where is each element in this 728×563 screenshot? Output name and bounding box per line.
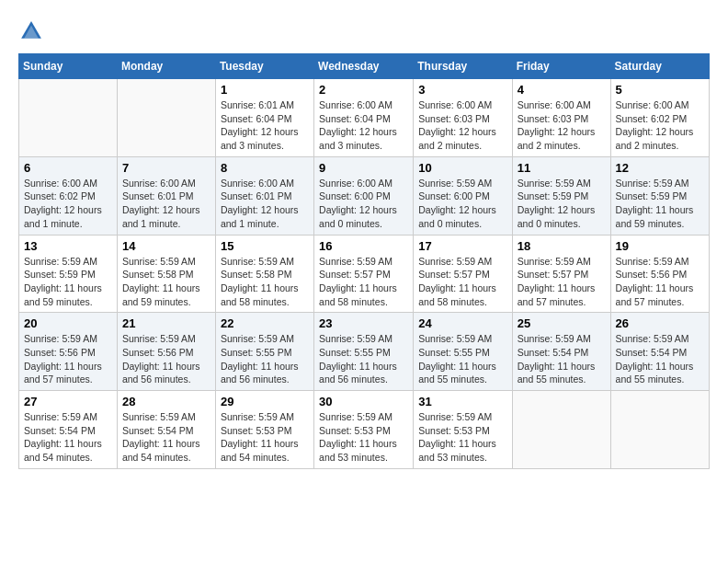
day-number: 5 — [616, 83, 704, 97]
calendar-cell — [512, 391, 610, 469]
day-info: Sunrise: 5:59 AM Sunset: 5:55 PM Dayligh… — [221, 332, 309, 386]
calendar-week-row: 20Sunrise: 5:59 AM Sunset: 5:56 PM Dayli… — [19, 313, 710, 391]
calendar-cell: 19Sunrise: 5:59 AM Sunset: 5:56 PM Dayli… — [610, 235, 709, 313]
day-info: Sunrise: 6:00 AM Sunset: 6:01 PM Dayligh… — [221, 177, 309, 231]
calendar-cell — [610, 391, 709, 469]
day-info: Sunrise: 5:59 AM Sunset: 5:55 PM Dayligh… — [418, 332, 506, 386]
calendar-cell: 7Sunrise: 6:00 AM Sunset: 6:01 PM Daylig… — [117, 156, 215, 235]
day-number: 29 — [221, 395, 309, 408]
day-number: 17 — [418, 239, 506, 253]
calendar-week-row: 13Sunrise: 5:59 AM Sunset: 5:59 PM Dayli… — [19, 235, 710, 313]
weekday-header: Friday — [512, 54, 610, 79]
calendar-cell: 12Sunrise: 5:59 AM Sunset: 5:59 PM Dayli… — [610, 156, 709, 235]
logo — [18, 18, 48, 44]
calendar-table: SundayMondayTuesdayWednesdayThursdayFrid… — [18, 53, 710, 469]
day-info: Sunrise: 6:00 AM Sunset: 6:02 PM Dayligh… — [24, 177, 112, 231]
day-info: Sunrise: 5:59 AM Sunset: 6:00 PM Dayligh… — [418, 177, 506, 231]
calendar-cell — [117, 79, 215, 157]
calendar-cell: 23Sunrise: 5:59 AM Sunset: 5:55 PM Dayli… — [314, 313, 414, 391]
calendar-cell: 29Sunrise: 5:59 AM Sunset: 5:53 PM Dayli… — [215, 391, 313, 469]
day-number: 14 — [122, 239, 210, 253]
day-number: 30 — [319, 395, 408, 408]
day-number: 12 — [616, 161, 704, 175]
day-number: 10 — [418, 161, 506, 175]
day-number: 26 — [616, 316, 704, 330]
day-number: 3 — [418, 83, 506, 97]
day-number: 13 — [24, 239, 112, 253]
calendar-cell: 10Sunrise: 5:59 AM Sunset: 6:00 PM Dayli… — [414, 156, 512, 235]
page-header — [18, 18, 710, 44]
day-info: Sunrise: 5:59 AM Sunset: 5:59 PM Dayligh… — [518, 177, 606, 231]
day-number: 9 — [319, 161, 408, 175]
day-number: 27 — [24, 395, 112, 408]
day-info: Sunrise: 5:59 AM Sunset: 5:54 PM Dayligh… — [122, 410, 210, 465]
day-number: 28 — [122, 395, 210, 408]
calendar-header: SundayMondayTuesdayWednesdayThursdayFrid… — [19, 54, 710, 79]
calendar-cell: 20Sunrise: 5:59 AM Sunset: 5:56 PM Dayli… — [19, 313, 118, 391]
day-info: Sunrise: 6:01 AM Sunset: 6:04 PM Dayligh… — [221, 98, 309, 153]
day-number: 22 — [221, 316, 309, 330]
weekday-header: Monday — [117, 54, 215, 79]
calendar-cell: 24Sunrise: 5:59 AM Sunset: 5:55 PM Dayli… — [414, 313, 512, 391]
day-info: Sunrise: 6:00 AM Sunset: 6:01 PM Dayligh… — [122, 177, 210, 231]
calendar-cell: 22Sunrise: 5:59 AM Sunset: 5:55 PM Dayli… — [215, 313, 313, 391]
day-info: Sunrise: 6:00 AM Sunset: 6:04 PM Dayligh… — [319, 98, 408, 153]
calendar-week-row: 6Sunrise: 6:00 AM Sunset: 6:02 PM Daylig… — [19, 156, 710, 235]
calendar-cell: 21Sunrise: 5:59 AM Sunset: 5:56 PM Dayli… — [117, 313, 215, 391]
logo-icon — [18, 18, 44, 44]
calendar-cell: 14Sunrise: 5:59 AM Sunset: 5:58 PM Dayli… — [117, 235, 215, 313]
day-number: 21 — [122, 316, 210, 330]
day-info: Sunrise: 5:59 AM Sunset: 5:57 PM Dayligh… — [418, 255, 506, 309]
calendar-cell: 3Sunrise: 6:00 AM Sunset: 6:03 PM Daylig… — [414, 79, 512, 157]
calendar-cell: 16Sunrise: 5:59 AM Sunset: 5:57 PM Dayli… — [314, 235, 414, 313]
day-info: Sunrise: 5:59 AM Sunset: 5:58 PM Dayligh… — [122, 255, 210, 309]
calendar-cell: 8Sunrise: 6:00 AM Sunset: 6:01 PM Daylig… — [215, 156, 313, 235]
day-number: 25 — [518, 316, 606, 330]
calendar-cell: 31Sunrise: 5:59 AM Sunset: 5:53 PM Dayli… — [414, 391, 512, 469]
day-number: 1 — [221, 83, 309, 97]
day-info: Sunrise: 5:59 AM Sunset: 5:57 PM Dayligh… — [518, 255, 606, 309]
day-info: Sunrise: 5:59 AM Sunset: 5:54 PM Dayligh… — [518, 332, 606, 386]
day-number: 20 — [24, 316, 112, 330]
calendar-cell — [19, 79, 118, 157]
day-info: Sunrise: 5:59 AM Sunset: 5:54 PM Dayligh… — [24, 410, 112, 465]
day-info: Sunrise: 6:00 AM Sunset: 6:00 PM Dayligh… — [319, 177, 408, 231]
day-info: Sunrise: 6:00 AM Sunset: 6:03 PM Dayligh… — [418, 98, 506, 153]
calendar-week-row: 1Sunrise: 6:01 AM Sunset: 6:04 PM Daylig… — [19, 79, 710, 157]
day-info: Sunrise: 5:59 AM Sunset: 5:53 PM Dayligh… — [221, 410, 309, 465]
day-number: 4 — [518, 83, 606, 97]
calendar-cell: 15Sunrise: 5:59 AM Sunset: 5:58 PM Dayli… — [215, 235, 313, 313]
day-number: 23 — [319, 316, 408, 330]
calendar-body: 1Sunrise: 6:01 AM Sunset: 6:04 PM Daylig… — [19, 79, 710, 469]
day-number: 8 — [221, 161, 309, 175]
day-number: 15 — [221, 239, 309, 253]
day-number: 18 — [518, 239, 606, 253]
day-info: Sunrise: 5:59 AM Sunset: 5:58 PM Dayligh… — [221, 255, 309, 309]
day-info: Sunrise: 5:59 AM Sunset: 5:59 PM Dayligh… — [24, 255, 112, 309]
day-info: Sunrise: 6:00 AM Sunset: 6:02 PM Dayligh… — [616, 98, 704, 153]
day-info: Sunrise: 5:59 AM Sunset: 5:55 PM Dayligh… — [319, 332, 408, 386]
calendar-cell: 9Sunrise: 6:00 AM Sunset: 6:00 PM Daylig… — [314, 156, 414, 235]
weekday-header: Wednesday — [314, 54, 414, 79]
day-number: 7 — [122, 161, 210, 175]
weekday-header: Sunday — [19, 54, 118, 79]
day-info: Sunrise: 5:59 AM Sunset: 5:53 PM Dayligh… — [418, 410, 506, 465]
day-number: 11 — [518, 161, 606, 175]
day-info: Sunrise: 5:59 AM Sunset: 5:54 PM Dayligh… — [616, 332, 704, 386]
day-number: 31 — [418, 395, 506, 408]
calendar-cell: 30Sunrise: 5:59 AM Sunset: 5:53 PM Dayli… — [314, 391, 414, 469]
day-number: 16 — [319, 239, 408, 253]
calendar-cell: 25Sunrise: 5:59 AM Sunset: 5:54 PM Dayli… — [512, 313, 610, 391]
calendar-cell: 17Sunrise: 5:59 AM Sunset: 5:57 PM Dayli… — [414, 235, 512, 313]
day-info: Sunrise: 5:59 AM Sunset: 5:57 PM Dayligh… — [319, 255, 408, 309]
day-number: 19 — [616, 239, 704, 253]
day-info: Sunrise: 5:59 AM Sunset: 5:56 PM Dayligh… — [122, 332, 210, 386]
day-number: 6 — [24, 161, 112, 175]
header-row: SundayMondayTuesdayWednesdayThursdayFrid… — [19, 54, 710, 79]
day-number: 24 — [418, 316, 506, 330]
weekday-header: Saturday — [610, 54, 709, 79]
calendar-cell: 6Sunrise: 6:00 AM Sunset: 6:02 PM Daylig… — [19, 156, 118, 235]
calendar-cell: 4Sunrise: 6:00 AM Sunset: 6:03 PM Daylig… — [512, 79, 610, 157]
day-info: Sunrise: 5:59 AM Sunset: 5:59 PM Dayligh… — [616, 177, 704, 231]
calendar-cell: 1Sunrise: 6:01 AM Sunset: 6:04 PM Daylig… — [215, 79, 313, 157]
